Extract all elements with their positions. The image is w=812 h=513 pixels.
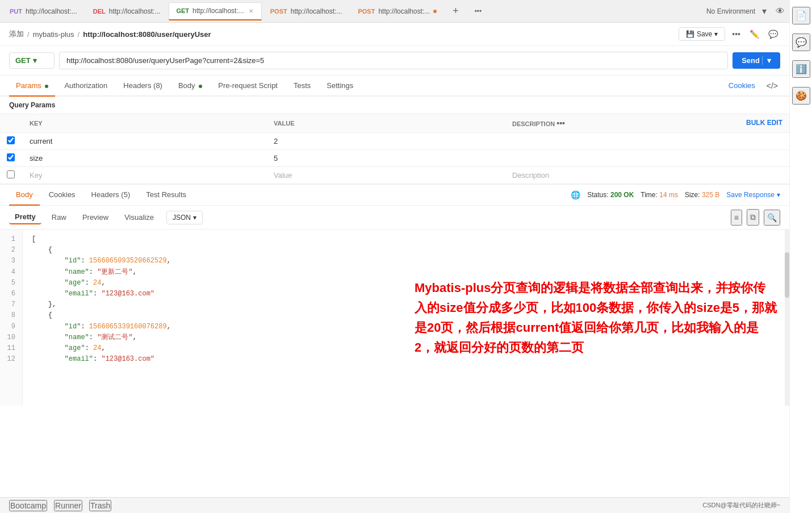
runner-button[interactable]: Runner [54,500,82,511]
fmt-tab-preview[interactable]: Preview [77,211,114,224]
tab-authorization[interactable]: Authorization [57,76,114,97]
trash-button[interactable]: Trash [89,500,111,511]
query-params-label: Query Params [0,97,789,114]
scrollbar-thumb[interactable] [785,252,789,298]
breadcrumb-sep2: / [78,30,80,39]
scrollbar-track[interactable] [785,230,789,406]
tab-post-2[interactable]: POST http://localhost:... [350,2,444,20]
breadcrumb-folder[interactable]: mybatis-plus [33,30,74,39]
fmt-tab-visualize[interactable]: Visualize [119,211,160,224]
method-label-put: PUT [10,8,22,15]
format-select-dropdown[interactable]: JSON ▾ [166,211,203,224]
tab-url-post2: http://localhost:... [378,7,430,15]
body-tab-label: Body [178,81,195,90]
row3-checkbox[interactable] [7,170,15,178]
tab-close-button[interactable]: ✕ [248,7,254,15]
fmt-tab-raw[interactable]: Raw [46,211,72,224]
format-select-value: JSON [173,214,191,222]
method-select[interactable]: GET ▾ [9,52,55,69]
save-response-button[interactable]: Save Response ▾ [726,191,780,199]
copy-icon-button[interactable]: ⧉ [747,209,759,226]
cookies-link[interactable]: Cookies [729,81,755,90]
raw-label: Raw [52,213,66,222]
row1-checkbox[interactable] [7,136,15,144]
format-bar: Pretty Raw Preview Visualize JSON ▾ ≡ ⧉ … [0,206,789,230]
row3-value[interactable]: Value [267,167,505,184]
row1-description[interactable] [505,133,789,150]
status-value: 200 OK [610,191,634,199]
tab-settings[interactable]: Settings [320,76,360,97]
fmt-tab-pretty[interactable]: Pretty [9,210,41,224]
resp-tab-headers[interactable]: Headers (5) [85,185,137,206]
url-input[interactable] [59,52,728,69]
method-label-post1: POST [270,8,287,15]
auth-tab-label: Authorization [64,81,107,90]
code-toggle-button[interactable]: </> [764,79,780,93]
settings-tab-label: Settings [327,81,353,90]
breadcrumb-actions: 💾 Save ▾ ••• ✏️ 💬 [679,27,780,41]
resp-tab-cookies[interactable]: Cookies [42,185,82,206]
method-label-del: DEL [93,8,106,15]
tab-put[interactable]: PUT http://localhost:... [2,2,85,20]
tab-params[interactable]: Params [9,76,55,97]
table-row: Key Value Description [0,167,789,184]
row3-key[interactable]: Key [23,167,267,184]
visualize-label: Visualize [124,213,154,222]
row2-checkbox-cell[interactable] [0,150,23,167]
sidebar-code-icon[interactable]: 📄 [792,7,810,24]
resp-tab-body[interactable]: Body [9,185,40,206]
add-tab-button[interactable]: + [445,2,466,20]
response-tabs: Body Cookies Headers (5) Test Results 🌐 … [0,185,789,206]
bootcamp-label: Bootcamp [10,501,46,510]
save-response-chevron-icon: ▾ [777,191,780,199]
tab-headers[interactable]: Headers (8) [116,76,169,97]
save-button[interactable]: 💾 Save ▾ [679,27,725,41]
tab-bar-actions: No Environment ▾ 👁 [706,3,787,19]
params-dot [45,85,48,88]
sidebar-comment-icon[interactable]: 💬 [792,34,810,51]
status-label: Status: 200 OK [587,191,634,199]
bulk-edit-button[interactable]: Bulk Edit [746,119,782,127]
search-icon-button[interactable]: 🔍 [764,210,780,226]
comment-icon-button[interactable]: 💬 [766,27,780,41]
row1-checkbox-cell[interactable] [0,133,23,150]
row1-key[interactable]: current [23,133,267,150]
tab-get-active[interactable]: GET http://localhost:... ✕ [169,2,261,20]
filter-icon-button[interactable]: ≡ [731,210,742,226]
send-label: Send [742,56,760,65]
time-value: 14 ms [659,191,678,199]
table-row: size 5 [0,150,789,167]
edit-icon-button[interactable]: ✏️ [747,27,761,41]
tab-tests[interactable]: Tests [287,76,317,97]
pretty-label: Pretty [15,212,36,221]
tab-pre-request[interactable]: Pre-request Script [211,76,284,97]
tab-body[interactable]: Body [171,76,209,97]
col-description: DESCRIPTION ••• Bulk Edit [505,114,789,133]
col-more-button[interactable]: ••• [556,119,565,128]
environment-dropdown-button[interactable]: ▾ [760,3,769,19]
breadcrumb-home[interactable]: 添加 [9,29,24,39]
row3-description[interactable]: Description [505,167,789,184]
breadcrumb: 添加 / mybatis-plus / http://localhost:808… [0,23,789,46]
line-numbers: 1 2 3 4 5 6 7 8 9 10 11 12 [0,230,23,406]
resp-test-results-label: Test Results [146,190,186,199]
send-button[interactable]: Send ▾ [733,52,780,69]
resp-cookies-label: Cookies [49,190,76,199]
row2-checkbox[interactable] [7,153,15,161]
sidebar-cookie-icon[interactable]: 🍪 [792,87,810,105]
resp-tab-test-results[interactable]: Test Results [139,185,193,206]
more-tabs-button[interactable]: ••• [467,2,489,20]
unsaved-dot [433,10,437,13]
row1-value[interactable]: 2 [267,133,505,150]
eye-icon-button[interactable]: 👁 [773,4,787,19]
row2-key[interactable]: size [23,150,267,167]
method-label-post2: POST [358,8,375,15]
tab-del[interactable]: DEL http://localhost:... [86,2,168,20]
more-options-button[interactable]: ••• [730,27,743,41]
sidebar-info-icon[interactable]: ℹ️ [792,60,810,78]
row3-checkbox-cell[interactable] [0,167,23,184]
bootcamp-button[interactable]: Bootcamp [9,500,47,511]
row2-description[interactable] [505,150,789,167]
tab-post-1[interactable]: POST http://localhost:... [263,2,350,20]
row2-value[interactable]: 5 [267,150,505,167]
